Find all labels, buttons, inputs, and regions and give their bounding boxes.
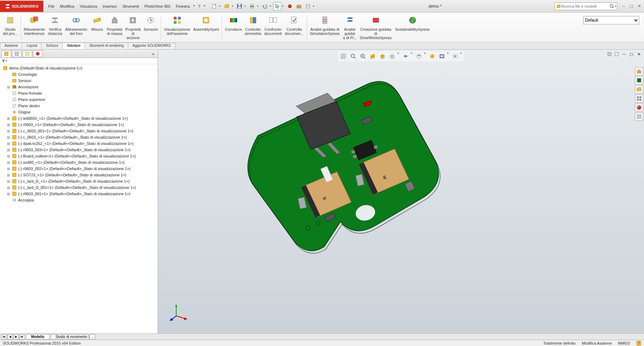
tab-nav-first[interactable]: ⏮: [1, 334, 7, 339]
ribbon-confronto-doc[interactable]: Confronto documenti: [263, 13, 283, 42]
display-dd[interactable]: ▾: [398, 52, 400, 61]
tree-annotazioni[interactable]: ⊞AAnnotazioni: [0, 84, 158, 90]
tab-aggiunte[interactable]: Aggiunte SOLIDWORKS: [128, 43, 176, 49]
edit-appearance-button[interactable]: [414, 52, 423, 61]
vp-cascade-button[interactable]: [606, 51, 613, 57]
new-doc-button[interactable]: [210, 2, 219, 10]
save-dd[interactable]: ▾: [244, 5, 247, 8]
menu-file[interactable]: File: [45, 3, 57, 10]
search-box[interactable]: ▾: [554, 2, 617, 10]
apply-scene-button[interactable]: [428, 52, 437, 61]
filter-dd[interactable]: ▾: [6, 59, 7, 62]
section-view-button[interactable]: [368, 52, 377, 61]
menu-help-dd[interactable]: ▾: [203, 3, 206, 10]
zoom-area-button[interactable]: [349, 52, 358, 61]
panel-collapse-button[interactable]: »: [150, 52, 156, 56]
print-button[interactable]: [248, 2, 256, 10]
options-button[interactable]: [295, 2, 303, 10]
panel-tab-property[interactable]: [12, 50, 22, 57]
tree-part-item[interactable]: ⊞(-) r0603_003<1> (Default<<Default>_Sta…: [0, 147, 158, 153]
ribbon-curvatura[interactable]: Curvatura: [223, 13, 243, 42]
ribbon-assemblyxpert[interactable]: AssemblyXpert: [192, 13, 220, 42]
tree-part-item[interactable]: ⊞(-) led0603_<1> (Default<<Default>_Stat…: [0, 115, 158, 122]
ribbon-floxpress[interactable]: Analisi guidat a di Fl...: [342, 13, 358, 42]
print-dd[interactable]: ▾: [257, 5, 260, 8]
config-dropdown[interactable]: Default: [583, 16, 639, 24]
render-dd[interactable]: ▾: [460, 52, 463, 61]
expander-icon[interactable]: ⊞: [6, 192, 10, 196]
tree-piano-destro[interactable]: Piano destro: [0, 103, 158, 109]
task-resources-button[interactable]: [635, 67, 643, 75]
expander-icon[interactable]: ⊞: [6, 186, 10, 190]
expander-icon[interactable]: ⊞: [6, 123, 10, 127]
expander-icon[interactable]: ⊞: [6, 135, 10, 139]
panel-tab-config[interactable]: [22, 50, 32, 57]
search-dd[interactable]: ▾: [615, 5, 616, 8]
display-style-button[interactable]: [388, 52, 397, 61]
tree-part-item[interactable]: ⊞(-) c_0603_001<1> (Default<<Default>_St…: [0, 128, 158, 134]
undo-button[interactable]: [260, 2, 269, 10]
expander-icon[interactable]: ⊞: [6, 161, 10, 164]
previous-view-button[interactable]: [358, 52, 367, 61]
tab-modello[interactable]: Modello: [26, 334, 50, 339]
restore-button[interactable]: ▢: [628, 3, 635, 9]
tree-accoppia[interactable]: Accoppia: [0, 197, 158, 203]
ribbon-simxpress[interactable]: Analisi guidata di SimulationXpress: [308, 13, 342, 42]
ribbon-driveworks[interactable]: Creazione guidata di DriveWorksXpress: [358, 13, 393, 42]
menu-modifica[interactable]: Modifica: [57, 3, 77, 10]
orientation-triad[interactable]: [169, 302, 189, 323]
menu-finestra[interactable]: Finestra: [173, 3, 193, 10]
task-library-button[interactable]: [635, 76, 643, 84]
status-units[interactable]: MMGS: [618, 341, 630, 345]
tab-layout[interactable]: Layout: [22, 43, 42, 49]
appearance-dd[interactable]: ▾: [424, 52, 427, 61]
tree-part-item[interactable]: ⊞(-) c_0603_<1> (Default<<Default>_Stato…: [0, 134, 158, 140]
menu-strumenti[interactable]: Strumenti: [120, 3, 142, 10]
tree-part-item[interactable]: ⊞(-) sod80_<1> (Default<<Default>_Stato …: [0, 159, 158, 165]
ribbon-misura[interactable]: Misura: [89, 13, 106, 42]
view-settings-button[interactable]: [437, 52, 446, 61]
task-appearances-button[interactable]: [635, 103, 643, 112]
ribbon-prop-sezione[interactable]: Proprietà di sezione: [124, 13, 142, 42]
ribbon-allineamento[interactable]: Allineamento del foro: [64, 13, 89, 42]
ribbon-vis-assieme[interactable]: Visualizzazione dell'assieme: [163, 13, 192, 42]
ribbon-verifica[interactable]: Verifica distanza: [46, 13, 64, 42]
rebuild-button[interactable]: [286, 2, 294, 10]
settings-dd[interactable]: ▾: [313, 5, 316, 8]
vp-max-button[interactable]: ▢: [628, 51, 635, 57]
minimize-button[interactable]: ─: [620, 3, 627, 9]
tree-piano-superiore[interactable]: Piano superiore: [0, 96, 158, 103]
undo-dd[interactable]: ▾: [270, 5, 272, 8]
panel-tab-feature[interactable]: [1, 50, 11, 57]
tab-nav-next[interactable]: ▶: [13, 334, 19, 339]
expander-icon[interactable]: ⊞: [6, 117, 10, 120]
hide-show-button[interactable]: [401, 52, 410, 61]
ribbon-controllo-simm[interactable]: Controllo simmetria: [243, 13, 263, 42]
tree-part-item[interactable]: ⊞(-) Board_outline<1> (Default<<Default>…: [0, 153, 158, 159]
tab-nav-prev[interactable]: ◀: [7, 334, 13, 339]
menu-photoview[interactable]: PhotoView 360: [142, 3, 173, 10]
3d-viewport[interactable]: ▾ ▾ ▾ ▾ ▾ ─ ▢ ✕: [158, 50, 644, 333]
status-help-icon[interactable]: ?: [636, 341, 641, 346]
config-select[interactable]: Default: [583, 16, 639, 24]
ribbon-studio[interactable]: Studio del pro...: [1, 13, 19, 42]
ribbon-rilevamento[interactable]: Rilevamento interferenze: [22, 13, 46, 42]
expander-icon[interactable]: ⊞: [6, 148, 10, 152]
tree-root[interactable]: demo (Default<Stato di visualizzazione-1…: [0, 65, 158, 71]
tree-part-item[interactable]: ⊞(-) SOT23_<1> (Default<<Default>_Stato …: [0, 172, 158, 178]
tree-origine[interactable]: Origine: [0, 109, 158, 115]
ribbon-controlla-doc[interactable]: Controlla documen...: [283, 13, 305, 42]
expander-icon[interactable]: ⊞: [6, 85, 10, 89]
hide-dd[interactable]: ▾: [411, 52, 414, 61]
tree-cronologia[interactable]: Cronologia: [0, 71, 158, 78]
menu-inserisci[interactable]: Inserisci: [100, 3, 120, 10]
expander-icon[interactable]: ⊞: [6, 167, 10, 171]
task-view-palette-button[interactable]: [635, 94, 643, 103]
filter-icon[interactable]: [1, 59, 6, 63]
vp-tile-button[interactable]: [614, 51, 620, 57]
render-tools-button[interactable]: [451, 52, 460, 61]
tree-part-item[interactable]: ⊞(-) dpak-to252_<1> (Default<<Default>_S…: [0, 140, 158, 147]
ribbon-sensore[interactable]: Sensore: [142, 13, 159, 42]
new-doc-dd[interactable]: ▾: [219, 5, 222, 8]
tree-part-item[interactable]: ⊞(-) r0603_<1> (Default<<Default>_Stato …: [0, 122, 158, 128]
